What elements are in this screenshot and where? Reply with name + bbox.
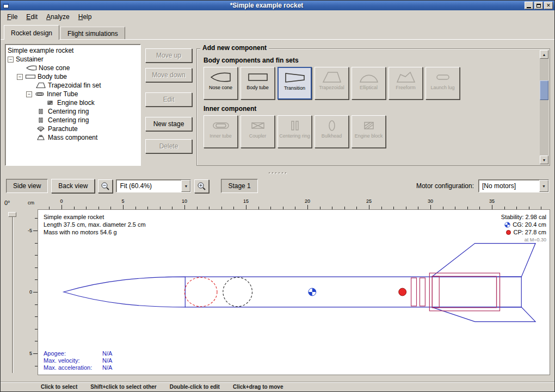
component-tree[interactable]: Simple example rocket−SustainerNose cone… <box>5 44 141 166</box>
add-coupler-button[interactable]: Coupler <box>240 115 275 148</box>
mach-condition: at M=0.30 <box>501 236 546 244</box>
add-launch-lug-button[interactable]: Launch lug <box>425 67 460 99</box>
tree-item-nose-cone[interactable]: Nose cone <box>5 64 140 72</box>
ruler-label: 5 <box>29 351 32 356</box>
inner-tube-icon <box>209 119 232 133</box>
edit-button[interactable]: Edit <box>145 92 192 107</box>
side-view-button[interactable]: Side view <box>6 179 48 193</box>
status-hint: Click to select <box>41 384 77 390</box>
flight-stat-label: Max. velocity: <box>44 357 102 364</box>
flight-stat-value: N/A <box>102 364 112 371</box>
component-button-row: Inner tubeCouplerCentering ringBulkheadE… <box>203 115 536 148</box>
menu-bar: FileEditAnalyzeHelp <box>1 10 554 23</box>
tab-strip: Rocket designFlight simulations <box>1 23 554 40</box>
move-down-button[interactable]: Move down <box>145 68 192 82</box>
rocket-name: Simple example rocket <box>44 213 146 221</box>
rotation-slider[interactable] <box>12 213 13 373</box>
ruler-tick <box>33 231 38 231</box>
panel-splitter[interactable] <box>1 169 554 177</box>
rotation-slider-handle[interactable] <box>8 212 16 217</box>
flight-stat-row: Max. velocity:N/A <box>44 357 112 364</box>
title-bar[interactable]: *Simple example rocket ✕ <box>1 1 554 10</box>
window-title: *Simple example rocket <box>10 1 523 10</box>
add-trapezoidal-button[interactable]: Trapezoidal <box>314 67 349 99</box>
menu-item-edit[interactable]: Edit <box>22 11 42 22</box>
add-freeform-button[interactable]: Freeform <box>388 67 423 99</box>
menu-item-file[interactable]: File <box>3 11 22 22</box>
tree-item-mass-component[interactable]: Mass component <box>5 133 140 142</box>
tree-item-centering-ring[interactable]: Centering ring <box>5 116 140 125</box>
zoom-in-button[interactable] <box>194 179 209 193</box>
motor-configuration-combo[interactable]: [No motors] ▼ <box>478 179 549 192</box>
back-view-button[interactable]: Back view <box>51 179 95 193</box>
ruler-tick <box>369 205 369 209</box>
body-tube-icon <box>25 73 36 80</box>
component-button-label: Launch lug <box>429 84 455 90</box>
add-component-title: Add new component <box>200 44 269 52</box>
add-engine-block-button[interactable]: Engine block <box>351 115 386 148</box>
nose-cone-icon <box>26 65 37 71</box>
collapse-icon[interactable]: − <box>8 57 14 63</box>
tab-flight-simulations[interactable]: Flight simulations <box>60 27 125 39</box>
ruler-tick <box>307 205 308 209</box>
component-button-label: Engine block <box>354 133 384 139</box>
maximize-icon <box>536 4 541 8</box>
centering-ring-icon <box>35 108 46 115</box>
chevron-down-icon[interactable]: ▼ <box>181 180 190 192</box>
tree-item-sustainer[interactable]: −Sustainer <box>5 55 140 64</box>
minimize-button[interactable] <box>525 2 533 9</box>
ruler-label: 0 <box>60 198 63 204</box>
scroll-up-icon[interactable]: ▲ <box>540 50 548 59</box>
add-elliptical-button[interactable]: Elliptical <box>351 67 386 99</box>
tree-item-inner-tube[interactable]: −Inner Tube <box>5 90 140 98</box>
tree-item-label: Mass component <box>48 134 97 141</box>
cp-marker <box>399 288 406 296</box>
tree-item-simple-example-rocket[interactable]: Simple example rocket <box>5 46 140 55</box>
add-inner-tube-button[interactable]: Inner tube <box>203 115 238 148</box>
ruler-tick <box>61 205 62 209</box>
add-bulkhead-button[interactable]: Bulkhead <box>314 115 349 148</box>
maximize-button[interactable] <box>534 2 543 9</box>
zoom-combo[interactable]: Fit (60.4%) ▼ <box>116 179 191 192</box>
tree-item-centering-ring[interactable]: Centering ring <box>5 107 140 116</box>
move-up-button[interactable]: Move up <box>145 48 192 63</box>
add-nose-cone-button[interactable]: Nose cone <box>203 67 238 99</box>
flight-stat-label: Max. acceleration: <box>44 364 102 371</box>
tree-item-label: Parachute <box>48 125 78 133</box>
new-stage-button[interactable]: New stage <box>145 117 192 131</box>
flight-stat-value: N/A <box>102 357 112 364</box>
zoom-out-button[interactable] <box>98 179 113 193</box>
add-transition-button[interactable]: Transition <box>278 67 312 99</box>
add-centering-ring-button[interactable]: Centering ring <box>278 115 312 148</box>
delete-button[interactable]: Delete <box>145 139 192 153</box>
component-button-label: Transition <box>283 85 306 91</box>
stage-1-toggle[interactable]: Stage 1 <box>221 179 257 193</box>
tree-item-parachute[interactable]: Parachute <box>5 125 140 133</box>
menu-item-help[interactable]: Help <box>74 11 96 22</box>
engine-block-icon <box>45 99 55 106</box>
component-button-label: Nose cone <box>208 84 233 90</box>
tab-rocket-design[interactable]: Rocket design <box>4 25 59 40</box>
tree-item-trapezoidal-fin-set[interactable]: Trapezoidal fin set <box>5 81 140 90</box>
collapse-icon[interactable]: − <box>17 74 23 80</box>
parachute-outline <box>184 277 217 307</box>
rocket-canvas: 0° cm 05101520253035 -505 <box>1 195 554 382</box>
window-menu-icon[interactable] <box>2 2 10 9</box>
zoom-out-icon <box>101 182 110 191</box>
cg-marker <box>309 288 316 296</box>
add-component-scrollbar[interactable]: ▲ ▼ <box>540 50 548 164</box>
collapse-icon[interactable]: − <box>26 91 32 97</box>
cg-icon <box>504 222 510 228</box>
add-body-tube-button[interactable]: Body tube <box>240 67 275 99</box>
ruler-tick <box>246 205 246 209</box>
rocket-figure[interactable]: Simple example rocket Length 37.5 cm, ma… <box>38 209 550 375</box>
scroll-down-icon[interactable]: ▼ <box>540 155 548 164</box>
tree-item-engine-block[interactable]: Engine block <box>5 98 140 107</box>
scrollbar-thumb[interactable] <box>540 80 548 100</box>
menu-item-analyze[interactable]: Analyze <box>42 11 74 22</box>
chevron-down-icon[interactable]: ▼ <box>539 180 548 192</box>
scrollbar-track[interactable] <box>540 59 548 155</box>
close-button[interactable]: ✕ <box>544 2 553 9</box>
tree-item-body-tube[interactable]: −Body tube <box>5 72 140 81</box>
ruler-tick <box>123 205 124 209</box>
